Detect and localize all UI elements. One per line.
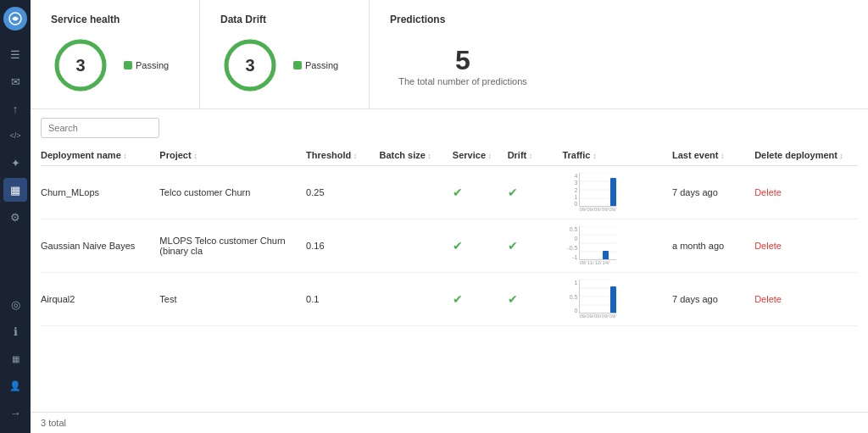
col-header-batch[interactable]: Batch size: [379, 145, 452, 166]
service-health-title: Service health: [51, 14, 179, 25]
predictions-count: 5: [455, 45, 470, 76]
sidebar-icon-arrow[interactable]: →: [3, 401, 27, 425]
cell-threshold: 0.25: [306, 166, 379, 219]
passing-dot-service: [124, 61, 132, 69]
sidebar-icon-info[interactable]: ℹ: [3, 319, 27, 343]
mini-chart: 43210 09/09/09/09/09/: [562, 173, 665, 212]
total-count: 3 total: [41, 418, 66, 428]
main-content: Service health 3 Passing Data Drift: [31, 0, 868, 433]
cell-deployment: Churn_MLops: [41, 166, 159, 219]
cell-batch: [379, 219, 452, 273]
data-drift-title: Data Drift: [220, 14, 348, 25]
delete-button[interactable]: Delete: [754, 241, 782, 251]
cell-batch: [379, 273, 452, 326]
col-header-lastevent[interactable]: Last event: [672, 145, 754, 166]
footer-bar: 3 total: [31, 412, 868, 433]
sidebar-icon-cloud[interactable]: ↑: [3, 97, 27, 120]
cell-drift: ✔: [508, 273, 563, 326]
sidebar-icon-user[interactable]: 👤: [3, 374, 27, 397]
sidebar-icon-star[interactable]: ✦: [3, 151, 27, 175]
cell-deployment: Gaussian Naive Bayes: [41, 219, 159, 273]
col-header-project[interactable]: Project: [159, 145, 306, 166]
cell-traffic: 43210 09/09/09/09/09/: [562, 166, 672, 219]
deployments-table: Deployment name Project Threshold Batch …: [41, 145, 858, 326]
predictions-content: 5 The total number of predictions: [390, 36, 536, 95]
cell-batch: [379, 166, 452, 219]
service-check-icon: ✔: [453, 186, 463, 199]
drift-check-icon: ✔: [508, 186, 518, 199]
table-area: Deployment name Project Threshold Batch …: [31, 109, 868, 412]
col-header-threshold[interactable]: Threshold: [306, 145, 379, 166]
svg-rect-22: [610, 286, 616, 314]
cell-delete: Delete: [754, 273, 858, 326]
sidebar: ☰ ✉ ↑ </> ✦ ▦ ⚙ ◎ ℹ ▦ 👤 →: [0, 0, 31, 433]
service-check-icon: ✔: [453, 292, 463, 306]
cell-service: ✔: [453, 273, 508, 326]
table-row: Airqual2 Test 0.1 ✔ ✔ 10.50 09/09/09/09/…: [41, 273, 858, 326]
cell-traffic: 10.50 09/09/09/09/09/: [562, 273, 672, 326]
cell-lastevent: 7 days ago: [672, 273, 754, 326]
data-drift-content: 3 Passing: [220, 36, 348, 95]
sidebar-icon-book[interactable]: ▦: [3, 347, 27, 370]
table-row: Churn_MLops Telco customer Churn 0.25 ✔ …: [41, 166, 858, 219]
service-health-content: 3 Passing: [51, 36, 179, 95]
cell-drift: ✔: [508, 219, 563, 273]
col-header-service[interactable]: Service: [453, 145, 508, 166]
drift-check-icon: ✔: [508, 239, 518, 253]
svg-rect-10: [610, 178, 616, 207]
mini-chart: 10.50 09/09/09/09/09/: [562, 280, 665, 319]
cell-lastevent: 7 days ago: [672, 166, 754, 219]
cell-service: ✔: [453, 219, 508, 273]
delete-button[interactable]: Delete: [754, 187, 782, 197]
cell-service: ✔: [453, 166, 508, 219]
passing-dot-drift: [293, 61, 302, 69]
data-drift-gauge: 3: [220, 36, 280, 95]
service-check-icon: ✔: [453, 239, 463, 253]
cell-project: Test: [159, 273, 306, 326]
delete-button[interactable]: Delete: [754, 294, 782, 304]
sidebar-icon-menu[interactable]: ☰: [3, 42, 27, 66]
cell-project: Telco customer Churn: [159, 166, 306, 219]
sidebar-icon-monitor[interactable]: ◎: [3, 292, 27, 316]
service-health-status-text: Passing: [136, 60, 169, 70]
cell-drift: ✔: [508, 166, 563, 219]
data-drift-count: 3: [245, 56, 254, 75]
service-health-count: 3: [75, 56, 85, 75]
sidebar-icon-grid[interactable]: ▦: [3, 178, 27, 202]
data-drift-status-text: Passing: [305, 60, 338, 70]
predictions-label: The total number of predictions: [398, 76, 527, 86]
logo-icon[interactable]: [3, 7, 27, 31]
cell-delete: Delete: [754, 219, 858, 273]
col-header-drift[interactable]: Drift: [508, 145, 563, 166]
cell-project: MLOPS Telco customer Churn (binary cla: [159, 219, 306, 273]
drift-check-icon: ✔: [508, 292, 518, 306]
col-header-deployment[interactable]: Deployment name: [41, 145, 159, 166]
sidebar-icon-settings[interactable]: ⚙: [3, 205, 27, 229]
service-health-status: Passing: [124, 60, 169, 70]
cards-row: Service health 3 Passing Data Drift: [31, 0, 868, 109]
cell-threshold: 0.1: [306, 273, 379, 326]
cell-threshold: 0.16: [306, 219, 379, 273]
service-health-gauge: 3: [51, 36, 110, 95]
data-drift-card: Data Drift 3 Passing: [200, 0, 370, 108]
col-header-traffic[interactable]: Traffic: [562, 145, 672, 166]
sidebar-icon-code[interactable]: </>: [3, 124, 27, 147]
mini-chart: 0.50-0.5-1 09/11/12/14/: [562, 226, 665, 265]
cell-deployment: Airqual2: [41, 273, 159, 326]
search-input[interactable]: [41, 118, 159, 138]
table-row: Gaussian Naive Bayes MLOPS Telco custome…: [41, 219, 858, 273]
col-header-delete[interactable]: Delete deployment: [754, 145, 858, 166]
service-health-card: Service health 3 Passing: [31, 0, 200, 108]
predictions-card: Predictions 5 The total number of predic…: [370, 0, 556, 108]
cell-lastevent: a month ago: [672, 219, 754, 273]
cell-traffic: 0.50-0.5-1 09/11/12/14/: [562, 219, 672, 273]
cell-delete: Delete: [754, 166, 858, 219]
data-drift-status: Passing: [293, 60, 338, 70]
sidebar-icon-mail[interactable]: ✉: [3, 69, 27, 93]
search-row: [41, 109, 858, 145]
predictions-title: Predictions: [390, 14, 536, 25]
svg-rect-16: [603, 251, 609, 260]
